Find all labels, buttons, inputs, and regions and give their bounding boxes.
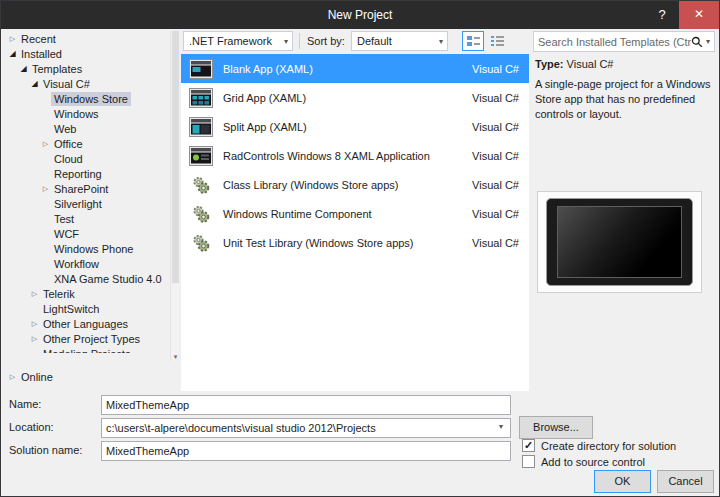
grid-app-icon	[189, 87, 213, 109]
tree-item-label: Office	[51, 137, 86, 151]
collapsed-expander-icon[interactable]: ▷	[7, 373, 18, 381]
tree-item-label: Test	[51, 212, 77, 226]
tree-item-label: Templates	[29, 62, 85, 76]
browse-button[interactable]: Browse...	[519, 416, 593, 439]
search-options-chevron-icon[interactable]: ▾	[706, 37, 710, 46]
name-label: Name:	[9, 398, 41, 410]
tree-item[interactable]: LightSwitch	[1, 301, 170, 316]
collapsed-expander-icon[interactable]: ▷	[29, 320, 40, 328]
tree-item-label: Silverlight	[51, 197, 105, 211]
collapsed-expander-icon[interactable]: ▷	[40, 185, 51, 193]
template-language: Visual C#	[472, 237, 519, 249]
tree-item-label: XNA Game Studio 4.0	[51, 272, 165, 286]
location-input[interactable]	[101, 418, 511, 438]
tree-scrollbar[interactable]: ▾	[170, 31, 179, 361]
small-icons-view-button[interactable]	[486, 31, 508, 51]
scrollbar-thumb[interactable]	[172, 31, 179, 283]
unit-test-library-icon	[189, 232, 213, 254]
search-box[interactable]: ▾	[533, 31, 715, 52]
template-name: Unit Test Library (Windows Store apps)	[223, 237, 472, 249]
tree-item[interactable]: Windows Store	[1, 91, 170, 106]
expanded-expander-icon[interactable]: ◢	[7, 49, 18, 58]
template-language: Visual C#	[472, 92, 519, 104]
tree-item[interactable]: Workflow	[1, 256, 170, 271]
titlebar[interactable]: New Project ? ✕	[1, 1, 719, 29]
sort-dropdown[interactable]: Default ▾	[351, 31, 448, 51]
template-language: Visual C#	[472, 179, 519, 191]
tree-item[interactable]: ◢Visual C#	[1, 76, 170, 91]
cancel-button[interactable]: Cancel	[657, 470, 714, 493]
template-item[interactable]: Windows Runtime ComponentVisual C#	[181, 199, 529, 228]
tree-item[interactable]: Windows Phone	[1, 241, 170, 256]
tree-item[interactable]: WCF	[1, 226, 170, 241]
sort-dropdown-value: Default	[357, 35, 392, 47]
scroll-down-icon[interactable]: ▾	[171, 353, 180, 361]
tree-item-label: LightSwitch	[40, 302, 102, 316]
name-input[interactable]	[101, 395, 511, 415]
template-name: Windows Runtime Component	[223, 208, 472, 220]
class-library-icon	[189, 174, 213, 196]
categories-tree: ▷Recent◢Installed◢Templates◢Visual C#Win…	[1, 31, 170, 353]
tree-item[interactable]: ▷Other Project Types	[1, 331, 170, 346]
collapsed-expander-icon[interactable]: ▷	[7, 35, 18, 43]
tree-item[interactable]: ▷Other Languages	[1, 316, 170, 331]
tree-item[interactable]: ▷Telerik	[1, 286, 170, 301]
tree-item[interactable]: ▷Office	[1, 136, 170, 151]
tree-item[interactable]: Reporting	[1, 166, 170, 181]
template-item[interactable]: Blank App (XAML)Visual C#	[181, 54, 529, 83]
template-item[interactable]: Grid App (XAML)Visual C#	[181, 83, 529, 112]
split-app-icon	[189, 116, 213, 138]
search-input[interactable]	[538, 36, 691, 48]
collapsed-expander-icon[interactable]: ▷	[40, 140, 51, 148]
search-icon[interactable]	[691, 36, 703, 48]
expanded-expander-icon[interactable]: ◢	[29, 79, 40, 88]
solution-name-label: Solution name:	[9, 444, 82, 456]
location-dropdown-arrow-icon[interactable]: ▾	[499, 422, 503, 431]
tree-item[interactable]: XNA Game Studio 4.0	[1, 271, 170, 286]
tree-item[interactable]: ▷SharePoint	[1, 181, 170, 196]
tree-item[interactable]: Web	[1, 121, 170, 136]
help-icon: ?	[658, 7, 665, 22]
tree-item-label: Other Project Types	[40, 332, 143, 346]
template-item[interactable]: RadControls Windows 8 XAML ApplicationVi…	[181, 141, 529, 170]
tree-item[interactable]: Modeling Projects	[1, 346, 170, 353]
template-language: Visual C#	[472, 121, 519, 133]
checkbox-label: Create directory for solution	[541, 440, 676, 452]
rad-app-icon	[189, 145, 213, 167]
tree-item[interactable]: ▷Recent	[1, 31, 170, 46]
template-item[interactable]: Unit Test Library (Windows Store apps)Vi…	[181, 228, 529, 257]
tree-item[interactable]: ◢Templates	[1, 61, 170, 76]
tree-item[interactable]: Silverlight	[1, 196, 170, 211]
source-control-checkbox[interactable]: Add to source control	[522, 455, 645, 468]
sort-by-label: Sort by:	[307, 29, 345, 54]
framework-dropdown[interactable]: .NET Framework 4.5 ▾	[183, 31, 293, 51]
template-name: RadControls Windows 8 XAML Application	[223, 150, 472, 162]
tree-item[interactable]: Cloud	[1, 151, 170, 166]
tree-item-label: Online	[18, 370, 56, 384]
create-directory-checkbox[interactable]: ✓ Create directory for solution	[522, 439, 676, 452]
checkbox-box[interactable]	[522, 455, 535, 468]
runtime-component-icon	[189, 203, 213, 225]
template-item[interactable]: Class Library (Windows Store apps)Visual…	[181, 170, 529, 199]
ok-button[interactable]: OK	[594, 470, 651, 493]
tree-item[interactable]: Test	[1, 211, 170, 226]
list-toolbar: .NET Framework 4.5 ▾ Sort by: Default ▾	[181, 29, 529, 54]
tree-item-label: WCF	[51, 227, 82, 241]
help-button[interactable]: ?	[645, 1, 679, 29]
details-pane: ▾ Type: Visual C# A single-page project …	[531, 29, 718, 391]
tree-item[interactable]: ◢Installed	[1, 46, 170, 61]
collapsed-expander-icon[interactable]: ▷	[29, 290, 40, 298]
project-form: Name: Location: ▾ Browse... Solution nam…	[1, 391, 719, 497]
template-item[interactable]: Split App (XAML)Visual C#	[181, 112, 529, 141]
template-language: Visual C#	[472, 63, 519, 75]
medium-icons-view-button[interactable]	[462, 31, 484, 51]
tree-item-label: Reporting	[51, 167, 105, 181]
tree-item-online[interactable]: ▷ Online	[1, 369, 161, 384]
tree-item[interactable]: Windows	[1, 106, 170, 121]
collapsed-expander-icon[interactable]: ▷	[29, 335, 40, 343]
close-button[interactable]: ✕	[679, 1, 719, 29]
checkbox-box[interactable]: ✓	[522, 439, 535, 452]
expanded-expander-icon[interactable]: ◢	[18, 64, 29, 73]
solution-name-input[interactable]	[101, 441, 511, 461]
template-name: Blank App (XAML)	[223, 63, 472, 75]
